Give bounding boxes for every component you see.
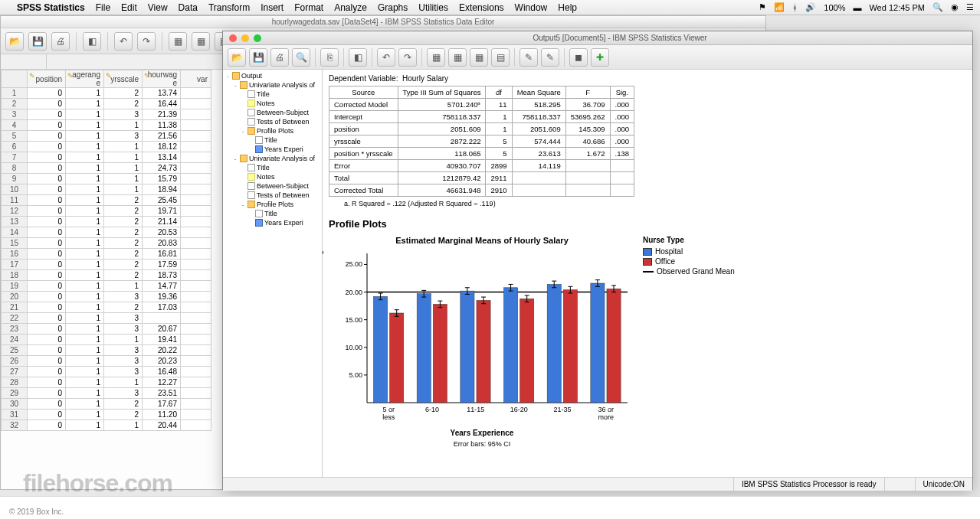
search-icon[interactable]: 🔍 bbox=[932, 2, 943, 12]
goto-case-icon[interactable]: ▦ bbox=[169, 32, 187, 51]
menu-format[interactable]: Format bbox=[294, 2, 323, 13]
outline-node[interactable]: -Univariate Analysis of bbox=[225, 154, 320, 163]
notification-icon[interactable]: ☰ bbox=[966, 2, 974, 12]
table-row[interactable]: 901115.79 bbox=[2, 174, 211, 184]
menu-edit[interactable]: Edit bbox=[121, 2, 137, 13]
menu-utilities[interactable]: Utilities bbox=[418, 2, 448, 13]
menu-graphs[interactable]: Graphs bbox=[378, 2, 408, 13]
table-row[interactable]: 1501220.83 bbox=[2, 238, 211, 249]
save-icon[interactable]: 💾 bbox=[28, 32, 47, 51]
volume-icon[interactable]: 🔊 bbox=[805, 2, 816, 12]
menu-help[interactable]: Help bbox=[558, 2, 577, 13]
profile-plot-chart[interactable]: Estimated Marginal Means of Hourly Salar… bbox=[329, 236, 966, 448]
outline-node[interactable]: Tests of Between bbox=[225, 117, 320, 126]
menu-view[interactable]: View bbox=[148, 2, 168, 13]
table-row[interactable]: 3101211.20 bbox=[2, 410, 211, 420]
outline-node[interactable]: Between-Subject bbox=[225, 108, 320, 117]
outline-node[interactable]: -Profile Plots bbox=[225, 126, 320, 135]
menu-window[interactable]: Window bbox=[515, 2, 548, 13]
print-preview-icon[interactable]: 🔍 bbox=[292, 48, 310, 67]
menu-file[interactable]: File bbox=[96, 2, 110, 13]
output-outline[interactable]: -Output-Univariate Analysis ofTitleNotes… bbox=[223, 70, 323, 477]
anova-table[interactable]: SourceType III Sum of SquaresdfMean Squa… bbox=[329, 86, 634, 197]
table-row[interactable]: 1701217.59 bbox=[2, 260, 211, 270]
outline-node[interactable]: Between-Subject bbox=[225, 181, 320, 191]
menu-extensions[interactable]: Extensions bbox=[459, 2, 504, 13]
app-name[interactable]: SPSS Statistics bbox=[17, 2, 85, 13]
save-icon[interactable]: 💾 bbox=[249, 48, 267, 67]
output-content[interactable]: Dependent Variable: Hourly Salary Source… bbox=[323, 70, 972, 477]
column-header[interactable]: var bbox=[181, 70, 211, 88]
close-icon[interactable] bbox=[229, 34, 237, 42]
open-icon[interactable]: 📂 bbox=[228, 48, 246, 67]
column-header[interactable]: ✎position bbox=[28, 70, 66, 88]
variables-icon[interactable]: ▦ bbox=[470, 48, 488, 67]
wifi-icon[interactable]: 📶 bbox=[774, 2, 785, 12]
table-row[interactable]: 2401119.41 bbox=[2, 335, 211, 345]
recall-dialog-icon[interactable]: ◧ bbox=[349, 48, 367, 67]
outline-node[interactable]: Title bbox=[225, 163, 320, 172]
column-header[interactable]: ✎yrsscale bbox=[104, 70, 143, 88]
insert-icon[interactable]: ✎ bbox=[519, 48, 538, 67]
viewer-titlebar[interactable]: Output5 [Document5] - IBM SPSS Statistic… bbox=[223, 31, 972, 45]
table-row[interactable]: 1601216.81 bbox=[2, 249, 211, 260]
outline-node[interactable]: Notes bbox=[225, 172, 320, 181]
siri-icon[interactable]: ◉ bbox=[951, 2, 959, 12]
battery-status[interactable]: 100% bbox=[824, 3, 845, 12]
table-row[interactable]: 2701316.48 bbox=[2, 367, 211, 377]
anova-row[interactable]: position * yrsscale118.065523.6131.672.1… bbox=[329, 148, 634, 160]
table-row[interactable]: 22013 bbox=[2, 313, 211, 324]
undo-icon[interactable]: ↶ bbox=[377, 48, 395, 67]
run-icon[interactable]: ✚ bbox=[591, 48, 609, 67]
anova-row[interactable]: yrsscale2872.2225574.44440.686.000 bbox=[329, 135, 634, 148]
outline-node[interactable]: Title bbox=[225, 209, 320, 218]
table-row[interactable]: 1001118.94 bbox=[2, 184, 211, 195]
table-row[interactable]: 201216.44 bbox=[2, 99, 211, 109]
maximize-icon[interactable] bbox=[254, 34, 261, 42]
column-header[interactable]: ✎hourwag e bbox=[143, 70, 181, 88]
table-row[interactable]: 1401220.53 bbox=[2, 227, 211, 238]
insert-text-icon[interactable]: ✎ bbox=[541, 48, 559, 67]
outline-node[interactable]: Tests of Between bbox=[225, 191, 320, 200]
designate-window-icon[interactable]: ◼ bbox=[569, 48, 588, 67]
outline-node[interactable]: Title bbox=[225, 135, 320, 145]
menu-transform[interactable]: Transform bbox=[208, 2, 250, 13]
anova-row[interactable]: Total1212879.422911 bbox=[329, 172, 634, 184]
anova-row[interactable]: position2051.60912051.609145.309.000 bbox=[329, 123, 634, 135]
data-grid[interactable]: ✎position✎agerang e✎yrsscale✎hourwag eva… bbox=[1, 70, 211, 431]
redo-icon[interactable]: ↷ bbox=[398, 48, 417, 67]
minimize-icon[interactable] bbox=[241, 34, 249, 42]
table-row[interactable]: 601118.12 bbox=[2, 142, 211, 152]
outline-node[interactable]: -Profile Plots bbox=[225, 200, 320, 209]
outline-node[interactable]: Title bbox=[225, 90, 320, 99]
tray-icon[interactable]: ⚑ bbox=[759, 2, 766, 12]
recall-dialog-icon[interactable]: ◧ bbox=[83, 32, 101, 51]
table-row[interactable]: 2901323.51 bbox=[2, 388, 211, 399]
menu-insert[interactable]: Insert bbox=[261, 2, 284, 13]
column-header[interactable]: ✎agerang e bbox=[66, 70, 104, 88]
outline-node[interactable]: Notes bbox=[225, 99, 320, 108]
clock[interactable]: Wed 12:45 PM bbox=[869, 3, 925, 12]
outline-node[interactable]: -Output bbox=[225, 71, 320, 80]
table-row[interactable]: 3001217.67 bbox=[2, 399, 211, 410]
anova-row[interactable]: Corrected Model5701.240ᵃ11518.29536.709.… bbox=[329, 99, 634, 111]
redo-icon[interactable]: ↷ bbox=[137, 32, 156, 51]
table-row[interactable]: 1901114.77 bbox=[2, 281, 211, 292]
table-row[interactable]: 2801112.27 bbox=[2, 377, 211, 388]
table-row[interactable]: 301321.39 bbox=[2, 109, 211, 120]
goto-case-icon[interactable]: ▦ bbox=[448, 48, 467, 67]
outline-node[interactable]: -Univariate Analysis of bbox=[225, 80, 320, 90]
table-row[interactable]: 1301221.14 bbox=[2, 217, 211, 227]
table-row[interactable]: 2001319.36 bbox=[2, 292, 211, 302]
table-row[interactable]: 1201219.71 bbox=[2, 206, 211, 217]
table-row[interactable]: 401111.38 bbox=[2, 120, 211, 131]
bluetooth-icon[interactable]: ᚼ bbox=[792, 3, 798, 12]
print-icon[interactable]: 🖨 bbox=[51, 32, 70, 51]
anova-row[interactable]: Corrected Total46631.9482910 bbox=[329, 184, 634, 197]
menu-analyze[interactable]: Analyze bbox=[334, 2, 367, 13]
table-row[interactable]: 501321.56 bbox=[2, 131, 211, 142]
table-row[interactable]: 2501320.22 bbox=[2, 345, 211, 356]
export-icon[interactable]: ⎘ bbox=[320, 48, 339, 67]
goto-data-icon[interactable]: ▦ bbox=[427, 48, 445, 67]
table-row[interactable]: 2101217.03 bbox=[2, 302, 211, 313]
